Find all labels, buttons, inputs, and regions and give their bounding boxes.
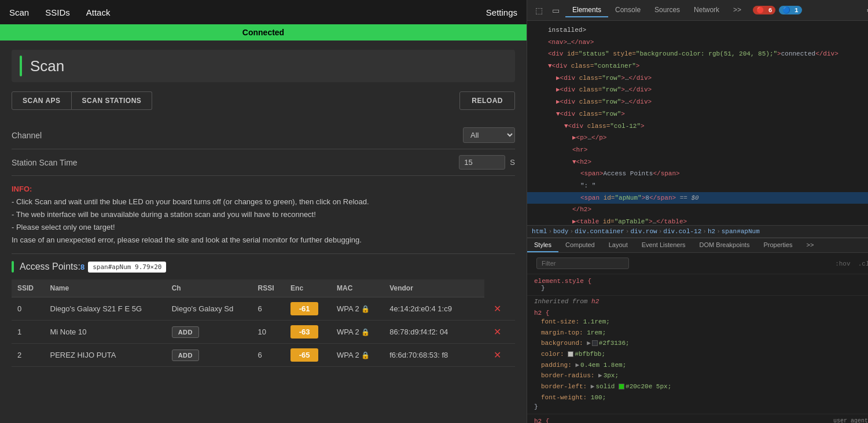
add-button[interactable]: ADD — [172, 350, 199, 361]
info-line-3: - Please select only one target! — [12, 221, 515, 234]
ap-count: 8 — [80, 263, 84, 271]
ap-header: Access Points: 8 span#apNum 9.79×20 — [12, 254, 515, 277]
station-scan-input[interactable] — [459, 155, 505, 170]
css-prop-font-weight: font-weight: 100; — [541, 392, 868, 403]
cell-index: 1 — [12, 321, 45, 344]
cell-vendor — [470, 321, 484, 344]
styles-tab-more[interactable]: >> — [800, 238, 821, 252]
css-element-style-selector: element.style { — [534, 278, 591, 285]
cell-action: ✕ — [484, 321, 515, 344]
table-row: 1 Mi Note 10 ADD 10 -63 WPA 2 🔒 86:78:d9… — [12, 321, 515, 344]
app-panel: Scan SSIDs Attack Settings Connected Sca… — [0, 0, 527, 423]
status-bar: Connected — [0, 24, 527, 41]
breadcrumb-item[interactable]: html — [532, 228, 547, 235]
breadcrumb-item[interactable]: body — [553, 228, 568, 235]
remove-button[interactable]: ✕ — [490, 302, 505, 315]
devtools-cursor-icon[interactable]: ⬚ — [532, 3, 546, 17]
cell-name: ADD — [166, 321, 252, 344]
elements-line[interactable]: ▶<div class="row">…</div> — [527, 72, 868, 84]
remove-button[interactable]: ✕ — [490, 348, 505, 362]
cell-ssid: Mi Note 10 — [45, 321, 166, 344]
elements-line[interactable]: ▶<div class="row">…</div> — [527, 96, 868, 108]
channel-label: Channel — [12, 131, 463, 140]
styles-panel: Styles Computed Layout Event Listeners D… — [527, 238, 868, 423]
cell-ch: 10 — [252, 321, 285, 344]
elements-line[interactable]: <span id="apNum">8</span> == $0 — [527, 192, 868, 204]
elements-line[interactable]: <hr> — [527, 144, 868, 156]
elements-line[interactable]: ▶<div class="row">…</div> — [527, 84, 868, 96]
elements-line[interactable]: ": " — [527, 180, 868, 192]
styles-filter-row: :hov .cls + ⊕ ⧉ — [527, 253, 868, 274]
devtools-tabs: Elements Console Sources Network >> — [565, 3, 748, 17]
devtools-panel: ⬚ ▭ Elements Console Sources Network >> … — [527, 0, 868, 423]
devtools-badges: 🔴 6 🔵 1 — [753, 6, 801, 14]
breadcrumb-item[interactable]: h2 — [708, 228, 715, 235]
elements-line[interactable]: <nav>…</nav> — [527, 36, 868, 49]
elements-line[interactable]: ▼<div class="row"> — [527, 108, 868, 120]
devtools-tab-elements[interactable]: Elements — [565, 3, 608, 17]
elements-line[interactable]: <div id="status" style="background-color… — [527, 48, 868, 60]
elements-line[interactable]: </h2> — [527, 204, 868, 216]
nav-scan[interactable]: Scan — [9, 2, 29, 23]
col-header-ssid: SSID — [12, 279, 45, 297]
cell-enc: WPA 2 🔒 — [331, 297, 384, 321]
elements-line[interactable]: ▼<h2> — [527, 156, 868, 168]
css-prop-border-radius: border-radius: ▶3px; — [541, 370, 868, 381]
nav-ssids[interactable]: SSIDs — [45, 2, 70, 23]
devtools-gear-icon[interactable]: ⚙ — [863, 3, 868, 17]
cell-index: 2 — [12, 344, 45, 367]
action-button-row: SCAN APS SCAN STATIONS RELOAD — [12, 91, 515, 110]
ap-accent-bar — [12, 261, 14, 273]
breadcrumb-separator: › — [569, 228, 573, 235]
styles-tab-layout[interactable]: Layout — [602, 238, 635, 252]
nav-attack[interactable]: Attack — [86, 2, 111, 23]
cell-enc: WPA 2 🔒 — [331, 344, 384, 367]
table-row: 2 PEREZ HIJO PUTA ADD 6 -65 WPA 2 🔒 f6:6… — [12, 344, 515, 367]
elements-line[interactable]: installed> — [527, 24, 868, 36]
styles-tab-computed[interactable]: Computed — [558, 238, 602, 252]
elements-line[interactable]: ▼<div class="container"> — [527, 60, 868, 72]
elements-line[interactable]: ▼<div class="col-12"> — [527, 120, 868, 133]
scan-stations-button[interactable]: SCAN STATIONS — [72, 91, 153, 110]
col-header-ch: Ch — [166, 279, 252, 297]
devtools-tab-console[interactable]: Console — [608, 3, 648, 17]
breadcrumb-item[interactable]: span#apNum — [722, 228, 760, 235]
styles-tab-event-listeners[interactable]: Event Listeners — [635, 238, 693, 252]
cell-name: Diego's Galaxy Sd — [166, 297, 252, 321]
station-scan-unit: S — [510, 158, 515, 167]
cell-ssid: PEREZ HIJO PUTA — [45, 344, 166, 367]
cell-ch: 6 — [252, 344, 285, 367]
col-header-actions — [470, 279, 484, 297]
remove-button[interactable]: ✕ — [490, 325, 505, 339]
nav-settings[interactable]: Settings — [486, 2, 517, 23]
css-prop-font-size: font-size: 1.1rem; — [541, 317, 868, 328]
styles-tab-dom-breakpoints[interactable]: DOM Breakpoints — [693, 238, 757, 252]
css-prop-background: background: ▶#2f3136; — [541, 338, 868, 349]
reload-button[interactable]: RELOAD — [459, 91, 515, 110]
styles-tab-properties[interactable]: Properties — [756, 238, 799, 252]
breadcrumb-separator: › — [548, 228, 552, 235]
devtools-tab-sources[interactable]: Sources — [648, 3, 687, 17]
elements-line[interactable]: ▶<p>…</p> — [527, 132, 868, 144]
channel-select[interactable]: All1234 56789 10111213 — [463, 127, 515, 143]
devtools-tab-more[interactable]: >> — [726, 3, 748, 17]
cell-name: ADD — [166, 344, 252, 367]
elements-line[interactable]: ▶<table id="apTable">…</table> — [527, 216, 868, 225]
scan-aps-button[interactable]: SCAN APS — [12, 91, 72, 110]
cell-mac: 86:78:d9:f4:f2: 04 — [384, 321, 470, 344]
breadcrumb-item[interactable]: div.container — [575, 228, 624, 235]
breadcrumb-item[interactable]: div.col-12 — [663, 228, 701, 235]
breadcrumb-item[interactable]: div.row — [630, 228, 657, 235]
cell-rssi: -63 — [285, 321, 331, 344]
title-accent-bar — [20, 56, 22, 76]
devtools-tab-network[interactable]: Network — [687, 3, 726, 17]
col-header-mac: MAC — [331, 279, 384, 297]
add-button[interactable]: ADD — [172, 326, 199, 338]
styles-tab-styles[interactable]: Styles — [527, 238, 558, 252]
elements-line[interactable]: <span>Access Points</span> — [527, 168, 868, 180]
cell-ssid: Diego's Galaxy S21 F E 5G — [45, 297, 166, 321]
devtools-device-icon[interactable]: ▭ — [549, 3, 563, 17]
css-ua-h2-selector: h2 { — [534, 418, 549, 424]
styles-filter-input[interactable] — [536, 258, 629, 269]
cell-index: 0 — [12, 297, 45, 321]
